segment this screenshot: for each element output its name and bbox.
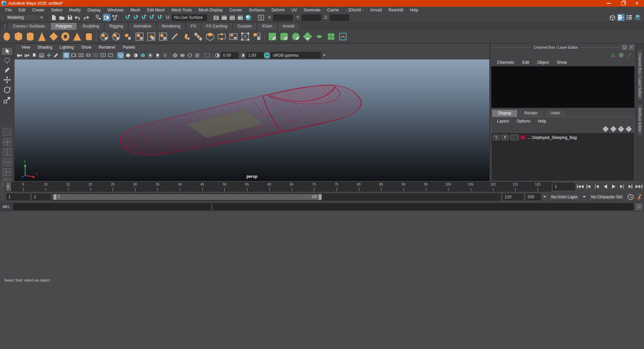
anim-layer-dropdown[interactable]: No Anim Layer: [548, 193, 581, 200]
playback-start-field[interactable]: 1: [32, 194, 51, 200]
snap-to-projected-center-icon[interactable]: [148, 14, 155, 21]
menu-mesh[interactable]: Mesh: [127, 8, 144, 12]
automatic-mapping-icon[interactable]: [302, 31, 313, 42]
shelf-menu-icon[interactable]: ▾≡: [1, 24, 8, 30]
toolbar-grip[interactable]: [1, 14, 3, 20]
workspace-selector[interactable]: Modeling: [5, 14, 45, 21]
modeling-toolkit-icon[interactable]: [609, 14, 616, 21]
grid-toggle-icon[interactable]: [63, 52, 70, 59]
layer-tab-render[interactable]: Render: [518, 109, 544, 117]
camera-attributes-icon[interactable]: [23, 52, 30, 59]
panel-menu-panels[interactable]: Panels: [119, 45, 139, 50]
poly-cone-icon[interactable]: [36, 31, 48, 42]
connect-icon[interactable]: [193, 31, 204, 42]
move-tool[interactable]: [2, 76, 12, 84]
layer-display-type-toggle[interactable]: [510, 135, 519, 140]
script-editor-icon[interactable]: [635, 203, 643, 210]
menu-modify[interactable]: Modify: [65, 8, 84, 12]
gate-mask-icon[interactable]: [85, 52, 92, 59]
layout-two-side-button[interactable]: [3, 148, 11, 156]
bevel-icon[interactable]: [204, 31, 216, 42]
layer-menu-layers[interactable]: Layers: [493, 119, 513, 123]
shelf-tab-rendering[interactable]: Rendering: [157, 22, 185, 30]
menu-surfaces[interactable]: Surfaces: [246, 8, 268, 12]
channel-box-menu-channels[interactable]: Channels: [493, 60, 518, 65]
shaded-display-icon[interactable]: [124, 52, 131, 59]
new-scene-icon[interactable]: [50, 14, 57, 21]
step-forward-key-button[interactable]: [618, 183, 626, 191]
shelf-tab-polygons[interactable]: Polygons: [50, 22, 77, 30]
menu-help[interactable]: Help: [407, 8, 422, 12]
cylindrical-mapping-icon[interactable]: [278, 31, 290, 42]
menu-generate[interactable]: Generate: [300, 8, 324, 12]
step-back-key-button[interactable]: [593, 183, 601, 191]
quad-draw-icon[interactable]: [181, 31, 192, 42]
close-button[interactable]: [630, 0, 644, 7]
edit-edge-flow-icon[interactable]: [216, 31, 227, 42]
speed-ramp-icon[interactable]: [627, 52, 632, 58]
menu--3dtoall-[interactable]: - 3DtoAll -: [342, 8, 367, 12]
colorspace-chevron-icon[interactable]: [321, 52, 327, 58]
side-tab-channel-box-layer-editor[interactable]: Channel Box / Layer Editor: [637, 49, 643, 101]
channel-box-toggle-icon[interactable]: [617, 14, 625, 21]
x-input-field[interactable]: [273, 14, 293, 21]
render-settings-icon[interactable]: [236, 14, 244, 21]
select-hierarchy-icon[interactable]: [95, 14, 102, 21]
play-backwards-button[interactable]: [601, 183, 609, 191]
sleeping-bag-wireframe[interactable]: [14, 59, 489, 181]
make-live-icon[interactable]: [164, 14, 171, 21]
view-3d[interactable]: y x persp: [14, 59, 489, 181]
exposure-icon[interactable]: [214, 52, 221, 59]
film-gate-icon[interactable]: [70, 52, 77, 59]
step-forward-frame-button[interactable]: [627, 183, 634, 191]
combine-icon[interactable]: [99, 31, 110, 42]
spherical-mapping-icon[interactable]: [290, 31, 302, 42]
animation-preferences-icon[interactable]: [627, 194, 634, 200]
close-panel-icon[interactable]: ×: [629, 45, 634, 50]
shelf-tab-curves-surfaces[interactable]: Curves / Surfaces: [8, 22, 50, 30]
layer-color-swatch[interactable]: [520, 135, 525, 140]
poly-cylinder-icon[interactable]: [24, 31, 36, 42]
range-start-handle[interactable]: [53, 194, 56, 200]
layout-single-pane-button[interactable]: [3, 128, 11, 136]
menu-cache[interactable]: Cache: [324, 8, 342, 12]
attribute-editor-toggle-icon[interactable]: [634, 14, 641, 21]
panel-drag-handle[interactable]: [492, 46, 532, 48]
range-end-handle[interactable]: [319, 194, 322, 200]
range-slider-track[interactable]: 1 120: [53, 193, 501, 201]
bookmark-icon[interactable]: [31, 52, 38, 59]
menu-uv[interactable]: UV: [288, 8, 301, 12]
menu-display[interactable]: Display: [84, 8, 104, 12]
snap-to-view-plane-icon[interactable]: [156, 14, 163, 21]
occlusion-icon[interactable]: [161, 52, 168, 59]
layer-menu-options[interactable]: Options: [513, 119, 534, 123]
go-to-end-button[interactable]: [635, 183, 643, 191]
exposure-field[interactable]: 0.00: [221, 52, 238, 58]
xray-active-components-icon[interactable]: [186, 52, 193, 59]
layout-three-split-button[interactable]: [3, 168, 11, 176]
channels-list-area[interactable]: [491, 66, 635, 108]
2d-pan-zoom-icon[interactable]: [45, 52, 52, 59]
menu-edit[interactable]: Edit: [15, 8, 29, 12]
panel-menu-renderer[interactable]: Renderer: [95, 45, 119, 50]
paint-effects-icon[interactable]: [245, 14, 252, 21]
menu-windows[interactable]: Windows: [104, 8, 127, 12]
snap-to-point-icon[interactable]: [140, 14, 147, 21]
layer-playback-toggle[interactable]: P: [501, 135, 509, 140]
resolution-gate-icon[interactable]: [77, 52, 85, 59]
minimize-button[interactable]: [602, 0, 616, 7]
shelf-tab-animation[interactable]: Animation: [128, 22, 156, 30]
menu-curves[interactable]: Curves: [226, 8, 246, 12]
playhead[interactable]: 1: [6, 182, 11, 191]
current-frame-field[interactable]: 1: [553, 183, 575, 190]
scale-tool[interactable]: [2, 96, 12, 104]
grease-pencil-icon[interactable]: [53, 52, 60, 59]
xray-joints-icon[interactable]: [179, 52, 186, 59]
channel-box-menu-edit[interactable]: Edit: [518, 60, 533, 65]
poly-sphere-icon[interactable]: [1, 31, 12, 42]
shelf-tab-arnold[interactable]: Arnold: [278, 22, 300, 30]
select-camera-icon[interactable]: [16, 52, 23, 59]
side-tab-attribute-editor[interactable]: Attribute Editor: [637, 104, 643, 136]
isolate-select-icon[interactable]: [204, 52, 211, 59]
menu-edit-mesh[interactable]: Edit Mesh: [144, 8, 168, 12]
